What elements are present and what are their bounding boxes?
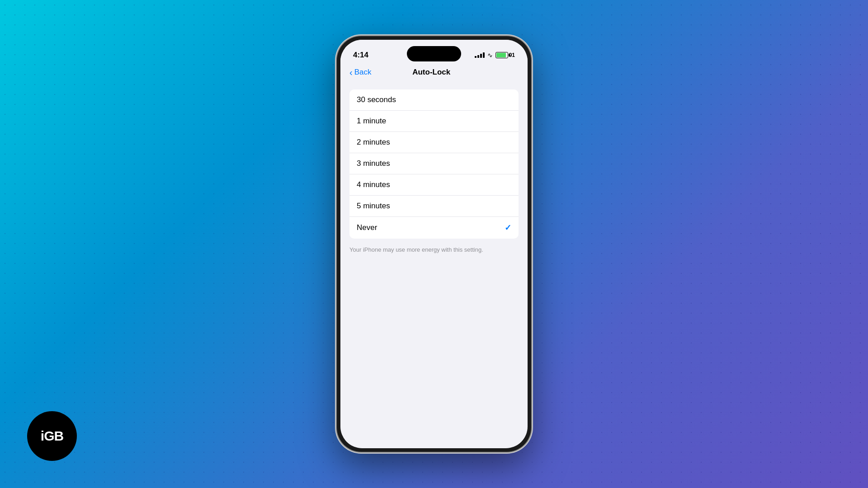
back-label: Back	[354, 68, 372, 77]
signal-icon	[475, 52, 485, 58]
nav-bar: ‹ Back Auto-Lock	[340, 64, 528, 82]
dynamic-island	[407, 46, 461, 61]
back-chevron-icon: ‹	[349, 68, 353, 77]
option-label-2: 2 minutes	[357, 138, 390, 147]
auto-lock-options-group: 30 seconds1 minute2 minutes3 minutes4 mi…	[349, 89, 519, 239]
back-button[interactable]: ‹ Back	[349, 68, 371, 77]
auto-lock-option-6[interactable]: Never✓	[349, 217, 519, 239]
phone-frame: 4:14 ∿ 91 ‹ Back Auto-Lock	[337, 36, 531, 452]
igb-logo: iGB	[27, 411, 77, 461]
auto-lock-option-4[interactable]: 4 minutes	[349, 174, 519, 196]
option-label-1: 1 minute	[357, 117, 386, 126]
battery-box	[495, 52, 508, 58]
option-label-5: 5 minutes	[357, 202, 390, 211]
option-label-6: Never	[357, 223, 377, 232]
checkmark-icon-6: ✓	[505, 223, 511, 233]
nav-title: Auto-Lock	[371, 68, 491, 77]
auto-lock-option-3[interactable]: 3 minutes	[349, 153, 519, 174]
auto-lock-option-2[interactable]: 2 minutes	[349, 132, 519, 153]
auto-lock-option-0[interactable]: 30 seconds	[349, 89, 519, 111]
status-icons: ∿ 91	[475, 52, 515, 59]
battery-indicator: 91	[495, 52, 515, 58]
wifi-icon: ∿	[487, 52, 493, 59]
battery-percent: 91	[509, 52, 515, 58]
option-label-0: 30 seconds	[357, 95, 396, 104]
auto-lock-option-1[interactable]: 1 minute	[349, 111, 519, 132]
option-label-4: 4 minutes	[357, 180, 390, 189]
option-label-3: 3 minutes	[357, 159, 390, 168]
content-area: 30 seconds1 minute2 minutes3 minutes4 mi…	[340, 82, 528, 448]
auto-lock-option-5[interactable]: 5 minutes	[349, 196, 519, 217]
battery-fill	[496, 53, 506, 57]
footer-note: Your iPhone may use more energy with thi…	[340, 242, 528, 258]
status-time: 4:14	[353, 51, 368, 60]
igb-logo-text: iGB	[41, 428, 63, 444]
phone-screen: 4:14 ∿ 91 ‹ Back Auto-Lock	[340, 40, 528, 448]
